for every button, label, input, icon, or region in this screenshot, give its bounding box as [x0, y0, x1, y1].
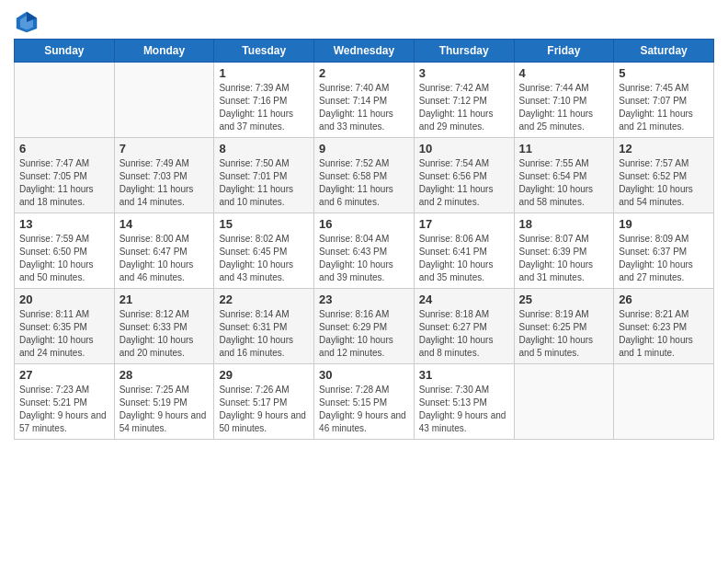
day-info: Sunrise: 7:23 AM Sunset: 5:21 PM Dayligh… — [19, 384, 109, 435]
day-info: Sunrise: 7:42 AM Sunset: 7:12 PM Dayligh… — [419, 82, 509, 133]
day-header-monday: Monday — [114, 40, 214, 63]
day-cell: 29Sunrise: 7:26 AM Sunset: 5:17 PM Dayli… — [214, 364, 314, 440]
day-cell: 7Sunrise: 7:49 AM Sunset: 7:03 PM Daylig… — [114, 138, 214, 213]
day-cell: 19Sunrise: 8:09 AM Sunset: 6:37 PM Dayli… — [614, 213, 714, 289]
day-number: 23 — [319, 293, 409, 306]
day-number: 24 — [419, 293, 509, 306]
day-info: Sunrise: 7:44 AM Sunset: 7:10 PM Dayligh… — [519, 82, 609, 133]
day-info: Sunrise: 8:07 AM Sunset: 6:39 PM Dayligh… — [519, 233, 609, 284]
day-cell: 20Sunrise: 8:11 AM Sunset: 6:35 PM Dayli… — [15, 289, 115, 364]
day-cell: 3Sunrise: 7:42 AM Sunset: 7:12 PM Daylig… — [414, 63, 514, 138]
week-row-3: 13Sunrise: 7:59 AM Sunset: 6:50 PM Dayli… — [15, 213, 714, 289]
day-cell: 28Sunrise: 7:25 AM Sunset: 5:19 PM Dayli… — [114, 364, 214, 440]
logo — [14, 9, 43, 35]
day-info: Sunrise: 8:14 AM Sunset: 6:31 PM Dayligh… — [219, 308, 309, 360]
day-cell — [114, 63, 214, 138]
day-info: Sunrise: 7:45 AM Sunset: 7:07 PM Dayligh… — [619, 82, 709, 133]
day-header-thursday: Thursday — [414, 40, 514, 63]
day-number: 9 — [319, 142, 409, 155]
day-cell — [15, 63, 115, 138]
day-info: Sunrise: 8:09 AM Sunset: 6:37 PM Dayligh… — [619, 233, 709, 284]
day-info: Sunrise: 7:30 AM Sunset: 5:13 PM Dayligh… — [419, 384, 509, 435]
day-cell: 27Sunrise: 7:23 AM Sunset: 5:21 PM Dayli… — [15, 364, 115, 440]
day-number: 14 — [119, 217, 210, 231]
day-number: 27 — [19, 368, 109, 382]
day-info: Sunrise: 7:25 AM Sunset: 5:19 PM Dayligh… — [119, 384, 210, 435]
day-number: 31 — [419, 368, 509, 382]
day-cell: 2Sunrise: 7:40 AM Sunset: 7:14 PM Daylig… — [314, 63, 415, 138]
day-header-tuesday: Tuesday — [214, 40, 314, 63]
day-number: 7 — [119, 142, 210, 155]
day-cell: 11Sunrise: 7:55 AM Sunset: 6:54 PM Dayli… — [514, 138, 614, 213]
day-info: Sunrise: 7:50 AM Sunset: 7:01 PM Dayligh… — [219, 157, 309, 209]
day-cell: 8Sunrise: 7:50 AM Sunset: 7:01 PM Daylig… — [214, 138, 314, 213]
day-number: 17 — [419, 217, 509, 231]
day-header-wednesday: Wednesday — [314, 40, 415, 63]
day-info: Sunrise: 7:52 AM Sunset: 6:58 PM Dayligh… — [319, 157, 409, 209]
day-cell: 4Sunrise: 7:44 AM Sunset: 7:10 PM Daylig… — [514, 63, 614, 138]
week-row-4: 20Sunrise: 8:11 AM Sunset: 6:35 PM Dayli… — [15, 289, 714, 364]
day-cell: 23Sunrise: 8:16 AM Sunset: 6:29 PM Dayli… — [314, 289, 415, 364]
day-number: 11 — [519, 142, 609, 155]
day-number: 28 — [119, 368, 210, 382]
day-number: 1 — [219, 66, 309, 80]
day-cell: 6Sunrise: 7:47 AM Sunset: 7:05 PM Daylig… — [15, 138, 115, 213]
calendar-table: SundayMondayTuesdayWednesdayThursdayFrid… — [14, 39, 714, 440]
day-number: 21 — [119, 293, 210, 306]
day-number: 15 — [219, 217, 309, 231]
day-info: Sunrise: 7:40 AM Sunset: 7:14 PM Dayligh… — [319, 82, 409, 133]
day-number: 3 — [419, 66, 509, 80]
day-info: Sunrise: 8:11 AM Sunset: 6:35 PM Dayligh… — [19, 308, 109, 360]
day-number: 8 — [219, 142, 309, 155]
day-info: Sunrise: 7:47 AM Sunset: 7:05 PM Dayligh… — [19, 157, 109, 209]
day-number: 16 — [319, 217, 409, 231]
day-number: 20 — [19, 293, 109, 306]
day-header-saturday: Saturday — [614, 40, 714, 63]
day-number: 30 — [319, 368, 409, 382]
day-cell: 26Sunrise: 8:21 AM Sunset: 6:23 PM Dayli… — [614, 289, 714, 364]
week-row-1: 1Sunrise: 7:39 AM Sunset: 7:16 PM Daylig… — [15, 63, 714, 138]
day-number: 18 — [519, 217, 609, 231]
day-number: 10 — [419, 142, 509, 155]
day-info: Sunrise: 8:04 AM Sunset: 6:43 PM Dayligh… — [319, 233, 409, 284]
day-info: Sunrise: 7:26 AM Sunset: 5:17 PM Dayligh… — [219, 384, 309, 435]
day-cell: 16Sunrise: 8:04 AM Sunset: 6:43 PM Dayli… — [314, 213, 415, 289]
day-number: 12 — [619, 142, 709, 155]
day-cell: 10Sunrise: 7:54 AM Sunset: 6:56 PM Dayli… — [414, 138, 514, 213]
day-number: 13 — [19, 217, 109, 231]
day-info: Sunrise: 7:55 AM Sunset: 6:54 PM Dayligh… — [519, 157, 609, 209]
day-info: Sunrise: 8:02 AM Sunset: 6:45 PM Dayligh… — [219, 233, 309, 284]
day-cell: 15Sunrise: 8:02 AM Sunset: 6:45 PM Dayli… — [214, 213, 314, 289]
day-number: 19 — [619, 217, 709, 231]
day-info: Sunrise: 7:39 AM Sunset: 7:16 PM Dayligh… — [219, 82, 309, 133]
day-cell: 14Sunrise: 8:00 AM Sunset: 6:47 PM Dayli… — [114, 213, 214, 289]
day-info: Sunrise: 8:06 AM Sunset: 6:41 PM Dayligh… — [419, 233, 509, 284]
days-header-row: SundayMondayTuesdayWednesdayThursdayFrid… — [15, 40, 714, 63]
day-cell: 30Sunrise: 7:28 AM Sunset: 5:15 PM Dayli… — [314, 364, 415, 440]
day-info: Sunrise: 7:28 AM Sunset: 5:15 PM Dayligh… — [319, 384, 409, 435]
logo-icon — [14, 9, 40, 35]
day-cell — [614, 364, 714, 440]
day-number: 4 — [519, 66, 609, 80]
day-info: Sunrise: 7:57 AM Sunset: 6:52 PM Dayligh… — [619, 157, 709, 209]
day-cell: 25Sunrise: 8:19 AM Sunset: 6:25 PM Dayli… — [514, 289, 614, 364]
day-info: Sunrise: 7:59 AM Sunset: 6:50 PM Dayligh… — [19, 233, 109, 284]
day-cell: 5Sunrise: 7:45 AM Sunset: 7:07 PM Daylig… — [614, 63, 714, 138]
day-cell: 1Sunrise: 7:39 AM Sunset: 7:16 PM Daylig… — [214, 63, 314, 138]
day-info: Sunrise: 8:16 AM Sunset: 6:29 PM Dayligh… — [319, 308, 409, 360]
day-number: 5 — [619, 66, 709, 80]
day-info: Sunrise: 8:18 AM Sunset: 6:27 PM Dayligh… — [419, 308, 509, 360]
week-row-5: 27Sunrise: 7:23 AM Sunset: 5:21 PM Dayli… — [15, 364, 714, 440]
day-cell: 9Sunrise: 7:52 AM Sunset: 6:58 PM Daylig… — [314, 138, 415, 213]
day-number: 26 — [619, 293, 709, 306]
day-info: Sunrise: 8:12 AM Sunset: 6:33 PM Dayligh… — [119, 308, 210, 360]
day-info: Sunrise: 8:00 AM Sunset: 6:47 PM Dayligh… — [119, 233, 210, 284]
day-header-friday: Friday — [514, 40, 614, 63]
day-cell: 18Sunrise: 8:07 AM Sunset: 6:39 PM Dayli… — [514, 213, 614, 289]
day-number: 29 — [219, 368, 309, 382]
day-info: Sunrise: 8:21 AM Sunset: 6:23 PM Dayligh… — [619, 308, 709, 360]
day-cell: 31Sunrise: 7:30 AM Sunset: 5:13 PM Dayli… — [414, 364, 514, 440]
day-number: 6 — [19, 142, 109, 155]
day-number: 2 — [319, 66, 409, 80]
week-row-2: 6Sunrise: 7:47 AM Sunset: 7:05 PM Daylig… — [15, 138, 714, 213]
